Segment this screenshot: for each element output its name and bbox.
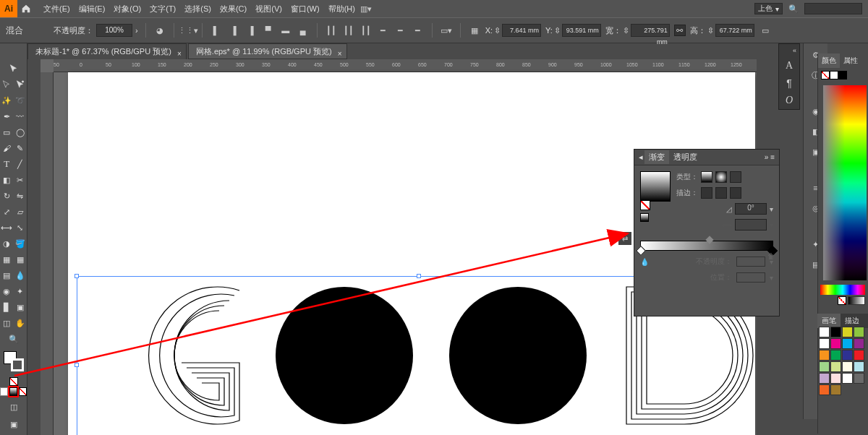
swatch-21[interactable] [830,384,841,395]
menu-select[interactable]: 选择(S) [184,4,211,14]
tab-transparency[interactable]: 透明度 [669,150,702,164]
search-input[interactable] [804,3,862,14]
scissors-tool[interactable]: ✂ [14,173,27,186]
direct-select-tool[interactable] [0,78,13,91]
group-select-tool[interactable] [14,78,27,91]
stroke-in-icon[interactable] [701,187,712,199]
menu-type[interactable]: 文字(T) [150,4,176,14]
more-options-icon[interactable]: ▭ [759,24,772,37]
eraser-tool[interactable]: ◧ [0,173,13,186]
swatch-6[interactable] [842,338,853,349]
h-input[interactable]: 67.722 mm [715,24,754,37]
swatch-8[interactable] [819,350,830,361]
align-options-icon[interactable]: ⋮⋮▾ [182,24,195,37]
gradient-slider[interactable]: 🗑 [640,241,773,251]
menu-help[interactable]: 帮助(H) [328,4,355,14]
magic-wand-tool[interactable]: ✨ [0,94,13,107]
align-bottom-icon[interactable]: ▄ [297,24,310,37]
spec-none-icon[interactable] [838,296,846,305]
swatch-13[interactable] [830,361,841,372]
curvature-tool[interactable]: 〰 [14,110,27,123]
reflect-tool[interactable]: ⇋ [14,189,27,202]
blend-tool[interactable]: ◉ [0,285,13,298]
doc-tab-2[interactable]: 网格.eps* @ 11.99% (RGB/GPU 预览)× [188,43,347,59]
color-black-icon[interactable] [838,71,847,79]
glyph-icon[interactable]: O [786,95,793,106]
y-stepper-icon[interactable]: ⇳ [554,26,561,35]
swatch-7[interactable] [854,338,864,349]
dist-h1-icon[interactable]: ┃┃ [325,24,338,37]
symbol-spray-tool[interactable]: ✦ [14,285,27,298]
swatch-1[interactable] [830,327,841,337]
swatch-2[interactable] [842,327,853,337]
tab-brush[interactable]: 画笔 [817,314,841,328]
selection-tool[interactable] [7,62,20,75]
w-stepper-icon[interactable]: ⇳ [623,26,629,35]
swatch-4[interactable] [819,338,830,349]
freeform-gradient-button[interactable] [730,171,741,183]
x-stepper-icon[interactable]: ⇳ [494,26,501,35]
color-spectrum[interactable] [823,85,867,280]
paragraph-icon[interactable]: ¶ [786,77,792,89]
dist-v2-icon[interactable]: ━ [394,24,407,37]
swatch-0[interactable] [819,327,830,337]
angle-input[interactable]: 0° [735,203,767,215]
artboard-tool[interactable]: ▣ [14,301,27,314]
bw-strip[interactable] [848,296,865,305]
swatch-16[interactable] [819,373,830,384]
window-arrange-icon[interactable]: ▥▾ [359,2,373,15]
brush-tool[interactable]: 🖌 [0,142,13,155]
swatch-18[interactable] [842,373,853,384]
radial-gradient-button[interactable] [715,171,727,183]
column-graph-tool[interactable]: ▊ [0,301,13,314]
type-tool[interactable]: T [0,158,13,171]
swatches-grid[interactable] [819,327,865,395]
swatch-9[interactable] [830,350,841,361]
width-tool[interactable]: ⟷ [0,221,13,234]
midpoint-diamond[interactable] [705,236,713,244]
linear-gradient-button[interactable] [701,171,712,183]
menu-window[interactable]: 窗口(W) [291,4,320,14]
color-white-icon[interactable] [830,71,838,79]
live-paint-bucket-tool[interactable]: 🪣 [14,237,27,250]
none-mode-icon[interactable] [19,387,27,396]
menu-edit[interactable]: 编辑(E) [79,4,106,14]
type-mini-panel[interactable]: « A ¶ O [778,43,800,110]
swatch-14[interactable] [842,361,853,372]
home-icon[interactable] [17,4,35,14]
swatch-12[interactable] [819,361,830,372]
stroke-across-icon[interactable] [730,187,741,199]
shape-mode-icon[interactable]: ▭▾ [440,24,453,37]
tab-attributes[interactable]: 属性 [840,53,861,68]
scale-tool[interactable]: ⤢ [0,205,13,218]
swatch-3[interactable] [854,327,864,337]
gradient-preview[interactable] [640,171,671,202]
align-right-icon[interactable]: ▐ [244,24,258,37]
y-input[interactable]: 93.591 mm [562,24,601,37]
x-input[interactable]: 7.641 mm [502,24,541,37]
stroke-swatch[interactable] [11,358,24,371]
hue-strip[interactable] [820,285,865,295]
swatch-19[interactable] [854,373,864,384]
slice-tool[interactable]: ◫ [0,316,13,330]
menu-file[interactable]: 文件(E) [43,4,70,14]
recolor-icon[interactable]: ◕ [153,24,166,37]
white-stop[interactable] [636,246,646,256]
fill-stroke-indicator[interactable] [4,351,24,371]
rotate-tool[interactable]: ↻ [0,189,13,202]
align-hcenter-icon[interactable]: ▐ [227,24,240,37]
swatch-5[interactable] [830,338,841,349]
transform-ref-icon[interactable]: ▦ [468,24,481,37]
shape-builder-tool[interactable]: ◑ [0,237,13,250]
reverse-gradient-icon[interactable]: ⇄ [618,232,631,245]
draw-normal-icon[interactable]: ◫ [7,400,20,413]
tab-stroke[interactable]: 描边 [841,314,864,328]
color-mode-icon[interactable] [0,387,8,396]
perspective-tool[interactable]: ▦ [0,253,13,266]
h-stepper-icon[interactable]: ⇳ [707,26,714,35]
eyedropper-tool[interactable]: 💧 [14,269,27,282]
mesh-tool[interactable]: ▦ [14,253,27,266]
rectangle-tool[interactable]: ▭ [0,126,13,139]
swatch-10[interactable] [842,350,853,361]
doc-tab-1[interactable]: 未标题-1* @ 67.37% (RGB/GPU 预览)× [27,43,187,59]
